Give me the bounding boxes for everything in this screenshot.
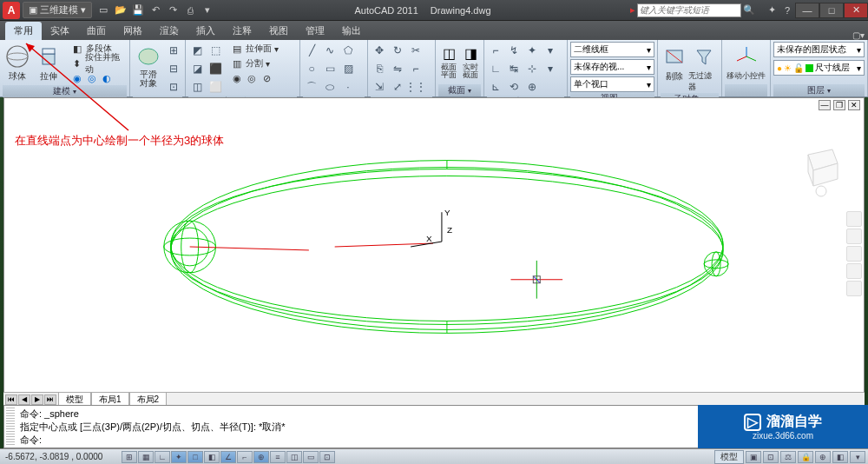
ucs-4[interactable]: ↯: [505, 42, 523, 59]
ucs-9[interactable]: ⊕: [523, 78, 541, 96]
doc-max-icon[interactable]: ❐: [833, 100, 845, 110]
line-icon[interactable]: ╱: [303, 42, 320, 59]
search-btn-icon[interactable]: 🔍: [741, 3, 757, 18]
open-icon[interactable]: 📂: [113, 3, 128, 18]
ucs-5[interactable]: ↹: [505, 60, 523, 77]
circle-icon[interactable]: ○: [303, 60, 320, 77]
status-r1[interactable]: ▣: [746, 451, 761, 463]
se-4[interactable]: ⬚: [207, 42, 224, 59]
print-icon[interactable]: ⎙: [182, 3, 198, 18]
ellipse-icon[interactable]: ⬭: [321, 78, 339, 96]
tab-next-icon[interactable]: ▶: [31, 394, 43, 405]
viewport-dropdown[interactable]: 单个视口▾: [570, 76, 654, 92]
nav-orbit-icon[interactable]: [846, 263, 862, 279]
tpy-toggle[interactable]: ◫: [286, 451, 302, 463]
status-r7[interactable]: ▾: [850, 451, 865, 463]
panel-modeling-label[interactable]: 建模▾: [3, 85, 127, 97]
hatch-icon[interactable]: ▨: [339, 60, 357, 77]
nofilter-button[interactable]: 无过滤器: [688, 42, 719, 93]
ucs-8[interactable]: ⊹: [523, 60, 541, 77]
status-r5[interactable]: ⊕: [815, 451, 831, 463]
mirror-icon[interactable]: ⇋: [389, 60, 406, 77]
se-row3[interactable]: ◉◎⊘: [228, 71, 281, 85]
otrack-toggle[interactable]: ∠: [220, 451, 236, 463]
save-icon[interactable]: 💾: [130, 3, 146, 18]
tab-manage[interactable]: 管理: [297, 22, 333, 40]
ucs-7[interactable]: ✦: [523, 42, 541, 59]
pline-icon[interactable]: ∿: [321, 42, 339, 59]
nav-pan-icon[interactable]: [846, 229, 862, 244]
se-3[interactable]: ◫: [188, 78, 206, 96]
app-logo[interactable]: A: [3, 2, 20, 19]
doc-close-icon[interactable]: ✕: [848, 100, 860, 110]
tab-render[interactable]: 渲染: [151, 22, 187, 40]
redo-icon[interactable]: ↷: [165, 3, 181, 18]
livesection-button[interactable]: ◨ 实时 截面: [460, 42, 481, 79]
ucs-6[interactable]: ⟲: [505, 78, 523, 96]
tab-insert[interactable]: 插入: [187, 22, 224, 40]
arc-icon[interactable]: ⌒: [303, 78, 320, 96]
tab-surface[interactable]: 曲面: [78, 22, 115, 40]
se-5[interactable]: ⬛: [207, 60, 224, 77]
sphere-button[interactable]: 球体: [3, 42, 33, 83]
nav-wheel-icon[interactable]: [846, 211, 862, 227]
tab-annotate[interactable]: 注释: [224, 22, 260, 40]
panel-section-label[interactable]: 截面▾: [438, 84, 481, 96]
separate-button[interactable]: ▥分割 ▾: [228, 56, 281, 70]
mesh-more-2[interactable]: ⊟: [165, 60, 182, 77]
polar-toggle[interactable]: ✦: [171, 451, 187, 463]
trim-icon[interactable]: ✂: [407, 42, 424, 59]
move-icon[interactable]: ✥: [371, 42, 388, 59]
modelspace-button[interactable]: 模型: [714, 450, 744, 464]
ucs-2[interactable]: ∟: [487, 60, 504, 77]
presspull-button[interactable]: ⬍按住并拖动: [69, 56, 127, 70]
tab-solid[interactable]: 实体: [42, 22, 78, 40]
viewpreset-dropdown[interactable]: 未保存的视...▾: [570, 59, 654, 75]
workspace-menu[interactable]: ▣ 三维建模 ▾: [23, 2, 92, 18]
mesh-more-1[interactable]: ⊞: [165, 42, 182, 59]
ucs-3[interactable]: ⊾: [487, 78, 504, 96]
extrudeface-button[interactable]: ▤拉伸面 ▾: [228, 42, 281, 56]
doc-min-icon[interactable]: —: [819, 100, 831, 110]
panel-layers-label[interactable]: 图层▾: [773, 84, 865, 96]
annoscale-icon[interactable]: ⚖: [780, 451, 796, 463]
tab-mesh[interactable]: 网格: [115, 22, 151, 40]
undo-icon[interactable]: ↶: [148, 3, 163, 18]
close-button[interactable]: ✕: [844, 3, 868, 18]
cull-button[interactable]: 剔除: [661, 42, 687, 83]
snap-toggle[interactable]: ⊞: [122, 451, 137, 463]
se-6[interactable]: ⬜: [207, 78, 224, 96]
grid-toggle[interactable]: ▦: [138, 451, 154, 463]
gizmo-button[interactable]: 移动小控件: [725, 42, 767, 82]
se-1[interactable]: ◩: [188, 42, 206, 59]
tab-view[interactable]: 视图: [260, 22, 297, 40]
tab-prev-icon[interactable]: ◀: [18, 394, 30, 405]
rotate-icon[interactable]: ↻: [389, 42, 406, 59]
copy-icon[interactable]: ⎘: [371, 60, 388, 77]
qat-more-icon[interactable]: ▾: [200, 3, 215, 18]
minimize-button[interactable]: —: [795, 3, 819, 18]
ribbon-minimize-icon[interactable]: ▢▾: [852, 30, 865, 40]
new-icon[interactable]: ▭: [95, 3, 111, 18]
nav-more-icon[interactable]: [846, 281, 862, 296]
cmd-grip-icon[interactable]: [6, 408, 15, 446]
dyn-toggle[interactable]: ⊕: [253, 451, 269, 463]
help-icon[interactable]: ?: [779, 3, 795, 18]
nav-zoom-icon[interactable]: [846, 246, 862, 262]
drawing-area[interactable]: — ❐ ✕ 在直线端点为中心绘制一个半径为3的球体 Y X Z: [3, 97, 865, 393]
mesh-more-3[interactable]: ⊡: [165, 78, 182, 96]
point-icon[interactable]: ·: [339, 78, 357, 96]
nav-bar[interactable]: [846, 211, 862, 296]
ducs-toggle[interactable]: ⌐: [237, 451, 253, 463]
scale-icon[interactable]: ⤢: [389, 78, 406, 96]
poly-icon[interactable]: ⬠: [339, 42, 357, 59]
tab-first-icon[interactable]: ⏮: [5, 394, 17, 405]
rect-icon[interactable]: ▭: [321, 60, 339, 77]
array-icon[interactable]: ⋮⋮: [407, 78, 424, 96]
ucs-11[interactable]: ▾: [542, 60, 559, 77]
status-r2[interactable]: ⊡: [763, 451, 779, 463]
viewcube[interactable]: [798, 137, 845, 198]
visualstyle-dropdown[interactable]: 二维线框▾: [570, 42, 654, 57]
tab-output[interactable]: 输出: [333, 22, 370, 40]
maximize-button[interactable]: □: [819, 3, 844, 18]
